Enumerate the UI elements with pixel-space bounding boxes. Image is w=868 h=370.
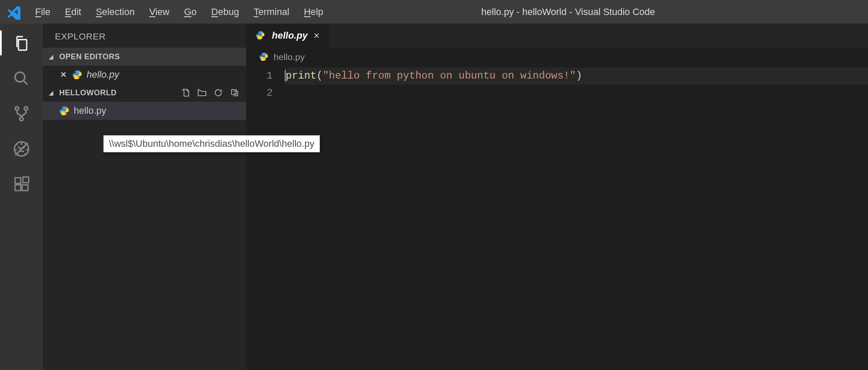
- code-content[interactable]: print("hello from python on ubuntu on wi…: [285, 67, 868, 370]
- path-tooltip: \\wsl$\Ubuntu\home\chrisdias\helloWorld\…: [103, 135, 320, 152]
- python-icon: [256, 30, 266, 41]
- python-icon: [259, 52, 269, 62]
- new-folder-icon[interactable]: +: [196, 86, 208, 99]
- menu-selection[interactable]: Selection: [96, 6, 135, 18]
- activity-search-icon[interactable]: [11, 68, 32, 89]
- activity-bar: [0, 24, 43, 370]
- new-file-icon[interactable]: +: [179, 86, 192, 99]
- activity-explorer-icon[interactable]: [11, 33, 32, 54]
- editor-tab-label: hello.py: [272, 30, 307, 41]
- menu-go[interactable]: Go: [184, 6, 196, 18]
- svg-point-4: [20, 117, 23, 121]
- workspace-label: HELLOWORLD: [59, 88, 117, 97]
- svg-point-0: [15, 72, 25, 82]
- svg-text:+: +: [197, 88, 200, 92]
- line-gutter: 1 2: [246, 67, 285, 370]
- close-icon[interactable]: ×: [59, 69, 68, 80]
- line-number: 1: [246, 67, 273, 85]
- svg-rect-7: [15, 178, 21, 183]
- chevron-down-icon: ◢: [49, 90, 56, 96]
- activity-debug-icon[interactable]: [11, 139, 32, 159]
- open-editors-header[interactable]: ◢ OPEN EDITORS: [43, 48, 246, 66]
- editor-tab[interactable]: hello.py ×: [246, 24, 329, 48]
- svg-point-2: [15, 107, 18, 110]
- menu-edit[interactable]: Edit: [65, 6, 81, 18]
- refresh-icon[interactable]: [212, 86, 225, 99]
- code-token-paren: (: [316, 70, 322, 82]
- svg-text:+: +: [182, 88, 184, 92]
- breadcrumb-file: hello.py: [274, 52, 304, 62]
- workspace-header[interactable]: ◢ HELLOWORLD + +: [43, 84, 246, 102]
- workbench: EXPLORER ◢ OPEN EDITORS × hello.py ◢ HEL…: [0, 24, 868, 370]
- menu-bar: File Edit Selection View Go Debug Termin…: [35, 6, 323, 18]
- close-icon[interactable]: ×: [313, 30, 319, 42]
- explorer-sidebar: EXPLORER ◢ OPEN EDITORS × hello.py ◢ HEL…: [43, 24, 246, 370]
- menu-terminal[interactable]: Terminal: [253, 6, 289, 18]
- menu-debug[interactable]: Debug: [211, 6, 239, 18]
- collapse-all-icon[interactable]: [228, 86, 241, 99]
- window-title: hello.py - helloWorld - Visual Studio Co…: [323, 6, 865, 18]
- code-editor[interactable]: 1 2 print("hello from python on ubuntu o…: [246, 67, 868, 370]
- activity-extensions-icon[interactable]: [11, 174, 32, 194]
- svg-point-3: [24, 107, 27, 110]
- line-number: 2: [246, 85, 273, 102]
- menu-view[interactable]: View: [149, 6, 169, 18]
- open-editors-label: OPEN EDITORS: [59, 52, 120, 61]
- svg-line-1: [24, 81, 27, 85]
- open-editor-filename: hello.py: [87, 69, 119, 80]
- python-icon: [72, 70, 82, 80]
- chevron-down-icon: ◢: [49, 54, 56, 60]
- code-token-string: "hello from python on ubuntu on windows!…: [322, 70, 576, 82]
- svg-rect-8: [15, 185, 21, 191]
- svg-rect-10: [23, 177, 28, 182]
- code-token-fn: print: [286, 70, 316, 82]
- svg-rect-9: [22, 185, 28, 191]
- workspace-file-item[interactable]: hello.py: [43, 102, 246, 120]
- workspace-file-name: hello.py: [74, 105, 106, 116]
- menu-help[interactable]: Help: [304, 6, 323, 18]
- open-editor-item[interactable]: × hello.py: [43, 66, 246, 84]
- menu-file[interactable]: File: [35, 6, 50, 18]
- vscode-logo-icon: [5, 3, 23, 21]
- python-icon: [59, 106, 69, 116]
- editor-tabs: hello.py ×: [246, 24, 868, 48]
- activity-scm-icon[interactable]: [11, 103, 32, 124]
- code-token-paren: ): [576, 70, 582, 82]
- titlebar: File Edit Selection View Go Debug Termin…: [0, 0, 868, 24]
- menu-file-rest: ile: [41, 6, 50, 17]
- editor-area: hello.py × hello.py 1 2 print("hello fro…: [246, 24, 868, 370]
- breadcrumb[interactable]: hello.py: [246, 48, 868, 67]
- sidebar-title: EXPLORER: [43, 24, 246, 48]
